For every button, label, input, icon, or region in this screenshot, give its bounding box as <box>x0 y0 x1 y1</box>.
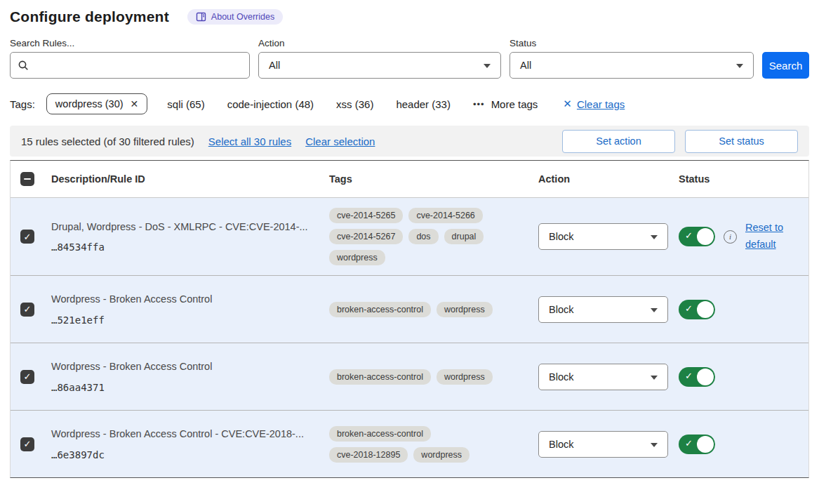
rule-id: …6e3897dc <box>51 449 312 460</box>
tag-filter-option[interactable]: header (33) <box>396 98 451 110</box>
checkmark-icon: ✓ <box>24 232 32 241</box>
status-toggle[interactable]: ✓ <box>679 435 715 454</box>
status-toggle[interactable]: ✓ <box>679 300 715 319</box>
chevron-down-icon <box>484 64 491 68</box>
status-filter-select[interactable]: All <box>510 52 754 79</box>
tag-pill: wordpress <box>329 250 385 265</box>
tag-pill: drupal <box>444 229 484 244</box>
search-button[interactable]: Search <box>762 52 809 79</box>
rule-tags: broken-access-controlwordpress <box>329 302 538 317</box>
column-header-status: Status <box>679 173 808 185</box>
tag-pill: cve-2014-5265 <box>329 208 403 223</box>
page-title: Configure deployment <box>10 8 169 25</box>
checkmark-icon: ✓ <box>685 303 693 314</box>
row-checkbox[interactable]: ✓ <box>20 303 34 317</box>
chevron-down-icon <box>651 235 658 239</box>
row-checkbox[interactable]: ✓ <box>20 370 34 384</box>
indeterminate-checkbox-icon <box>24 178 31 180</box>
clear-tags-link[interactable]: ✕ Clear tags <box>563 98 625 110</box>
tag-pill: cve-2014-5267 <box>329 229 403 244</box>
column-header-tags: Tags <box>329 173 538 185</box>
rule-description: Wordpress - Broken Access Control <box>51 360 312 374</box>
rule-action-select[interactable]: Block <box>538 431 668 458</box>
row-checkbox[interactable]: ✓ <box>20 437 34 451</box>
action-filter-label: Action <box>258 38 501 48</box>
rule-tags: broken-access-controlcve-2018-12895wordp… <box>329 426 538 463</box>
search-rules-box[interactable] <box>10 52 250 79</box>
remove-tag-icon[interactable]: ✕ <box>131 98 139 110</box>
set-action-button[interactable]: Set action <box>562 130 675 153</box>
tag-pill: wordpress <box>413 447 470 463</box>
tag-pill: cve-2018-12895 <box>329 447 408 463</box>
tag-pill: broken-access-control <box>329 426 431 442</box>
rule-action-select[interactable]: Block <box>538 364 668 390</box>
tags-bar: Tags: wordpress (30) ✕ sqli (65)code-inj… <box>10 93 809 114</box>
set-status-button[interactable]: Set status <box>685 130 798 153</box>
rule-id: …84534ffa <box>51 241 312 253</box>
rule-action-value: Block <box>549 371 573 383</box>
table-row: ✓ Wordpress - Broken Access Control …86a… <box>11 343 808 410</box>
checkmark-icon: ✓ <box>685 371 693 381</box>
status-toggle[interactable]: ✓ <box>679 367 715 387</box>
search-rules-label: Search Rules... <box>10 38 250 48</box>
selection-summary: 15 rules selected (of 30 filtered rules) <box>21 135 194 147</box>
rule-id: …86aa4371 <box>51 382 312 393</box>
toggle-knob <box>697 301 714 318</box>
clear-selection-link[interactable]: Clear selection <box>305 135 375 147</box>
rule-tags: broken-access-controlwordpress <box>329 369 538 385</box>
table-row: ✓ Drupal, Wordpress - DoS - XMLRPC - CVE… <box>11 198 808 275</box>
tag-pill: wordpress <box>437 369 493 385</box>
rule-action-select[interactable]: Block <box>538 296 668 323</box>
status-toggle[interactable]: ✓ <box>679 227 715 246</box>
rule-action-value: Block <box>549 439 573 450</box>
selected-tag-chip[interactable]: wordpress (30) ✕ <box>46 93 147 114</box>
chevron-down-icon <box>736 64 743 68</box>
rule-action-select[interactable]: Block <box>538 223 668 250</box>
configure-deployment-page: Configure deployment About Overrides Sea… <box>0 0 819 504</box>
search-rules-input[interactable] <box>35 60 242 71</box>
more-tags-button[interactable]: ••• More tags <box>473 98 538 110</box>
rule-description: Wordpress - Broken Access Control - CVE:… <box>51 427 312 442</box>
more-tags-label: More tags <box>491 98 538 110</box>
tag-pill: dos <box>408 229 438 244</box>
select-all-rules-link[interactable]: Select all 30 rules <box>208 135 291 147</box>
column-header-description: Description/Rule ID <box>51 173 329 185</box>
status-filter-label: Status <box>510 38 754 48</box>
clear-tags-label: Clear tags <box>577 98 625 110</box>
toggle-knob <box>697 369 714 385</box>
tag-pill: wordpress <box>437 302 493 317</box>
table-row: ✓ Wordpress - Broken Access Control …521… <box>11 275 808 343</box>
rule-description: Wordpress - Broken Access Control <box>51 293 312 307</box>
tags-label: Tags: <box>10 98 35 110</box>
toggle-knob <box>697 436 714 453</box>
chevron-down-icon <box>651 443 658 447</box>
checkmark-icon: ✓ <box>685 230 693 241</box>
toggle-knob <box>697 228 714 245</box>
rule-id: …521e1eff <box>51 314 312 326</box>
info-icon[interactable]: i <box>724 230 737 244</box>
row-checkbox[interactable]: ✓ <box>20 230 34 244</box>
tag-filter-option[interactable]: xss (36) <box>336 98 373 110</box>
action-filter-select[interactable]: All <box>258 52 501 79</box>
tag-filter-option[interactable]: sqli (65) <box>167 98 204 110</box>
rule-action-value: Block <box>549 304 573 315</box>
filter-bar: Search Rules... Action All Status All <box>10 38 809 79</box>
book-icon <box>196 12 206 22</box>
select-all-checkbox[interactable] <box>20 172 34 186</box>
checkmark-icon: ✓ <box>24 439 32 449</box>
tag-pill: broken-access-control <box>329 302 431 317</box>
table-row: ✓ Wordpress - Broken Access Control - CV… <box>11 410 808 477</box>
selected-tag-label: wordpress (30) <box>55 98 124 110</box>
reset-to-default-link[interactable]: Reset to default <box>745 220 801 253</box>
page-header: Configure deployment About Overrides <box>10 8 809 25</box>
tag-pill: cve-2014-5266 <box>408 208 482 223</box>
checkmark-icon: ✓ <box>685 438 693 449</box>
rule-action-value: Block <box>549 231 573 242</box>
ellipsis-icon: ••• <box>473 99 485 110</box>
about-overrides-label: About Overrides <box>211 12 274 22</box>
search-icon <box>18 60 29 72</box>
checkmark-icon: ✓ <box>24 305 32 314</box>
tag-filter-option[interactable]: code-injection (48) <box>227 98 314 110</box>
column-header-action: Action <box>538 173 679 185</box>
about-overrides-badge[interactable]: About Overrides <box>187 9 283 25</box>
